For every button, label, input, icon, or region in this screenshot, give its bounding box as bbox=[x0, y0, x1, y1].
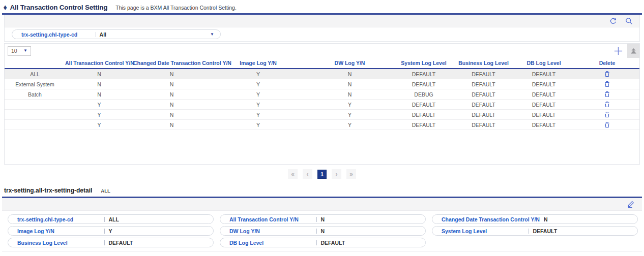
cell-image-log: Y bbox=[210, 102, 306, 108]
cell-image-log: Y bbox=[210, 71, 306, 77]
field-label: Image Log Y/N bbox=[8, 228, 104, 234]
page-title: All Transaction Control Setting bbox=[10, 4, 107, 11]
detail-title: trx-setting.all-trx-setting-detail bbox=[4, 187, 92, 194]
cell-db-log: DEFAULT bbox=[513, 81, 575, 87]
field-image-log[interactable]: Image Log Y/N Y bbox=[8, 226, 214, 236]
table-row[interactable]: ALL N N Y N DEFAULT DEFAULT DEFAULT bbox=[5, 69, 639, 79]
delete-row-button[interactable] bbox=[604, 91, 610, 98]
field-db-log-level[interactable]: DB Log Level DEFAULT bbox=[220, 238, 426, 247]
plus-icon bbox=[613, 46, 623, 56]
field-value: ALL bbox=[105, 216, 213, 222]
collapse-all-button[interactable] bbox=[627, 44, 639, 58]
column-header-business-log: Business Log Level bbox=[454, 60, 513, 66]
cell-all-trx: Y bbox=[65, 122, 133, 128]
cell-all-trx: N bbox=[65, 71, 133, 77]
column-header-dw-log: DW Log Y/N bbox=[306, 60, 393, 66]
trash-icon bbox=[604, 121, 610, 128]
pagination-last-button[interactable]: » bbox=[346, 169, 356, 179]
table-row[interactable]: External System N N Y N DEFAULT DEFAULT … bbox=[5, 79, 639, 89]
trash-icon bbox=[604, 111, 610, 118]
cell-changed-date: N bbox=[133, 81, 210, 87]
detail-toolbar bbox=[2, 198, 642, 211]
delete-row-button[interactable] bbox=[604, 81, 610, 87]
field-label: DB Log Level bbox=[220, 240, 316, 246]
cell-image-log: Y bbox=[210, 91, 306, 98]
refresh-button[interactable] bbox=[609, 17, 617, 25]
detail-section: trx-setting.chl-type-cd ALL All Transact… bbox=[2, 198, 642, 252]
delete-row-button[interactable] bbox=[604, 111, 610, 118]
cell-image-log: Y bbox=[210, 122, 306, 128]
field-all-trx-control[interactable]: All Transaction Control Y/N N bbox=[220, 214, 426, 224]
pagination-next-button[interactable]: › bbox=[332, 169, 341, 179]
detail-subtitle: ALL bbox=[101, 188, 110, 194]
field-dw-log[interactable]: DW Log Y/N N bbox=[220, 226, 426, 236]
cell-system-log: DEFAULT bbox=[393, 102, 454, 108]
page-subtitle: This page is a BXM All Transaction Contr… bbox=[115, 5, 237, 11]
pagination-page-1[interactable]: 1 bbox=[317, 170, 327, 179]
cell-business-log: DEFAULT bbox=[454, 91, 513, 98]
grid-actions bbox=[609, 44, 639, 58]
field-system-log-level[interactable]: System Log Level DEFAULT bbox=[432, 226, 638, 236]
field-label: Business Log Level bbox=[8, 240, 104, 246]
cell-channel: ALL bbox=[5, 71, 65, 77]
cell-db-log: DEFAULT bbox=[513, 91, 575, 98]
filter-row: trx-setting.chl-type-cd All ▼ bbox=[5, 27, 639, 41]
pagination-first-button[interactable]: « bbox=[288, 169, 298, 179]
cell-dw-log: Y bbox=[306, 112, 393, 118]
field-label: System Log Level bbox=[432, 228, 529, 234]
pagination: « ‹ 1 › » bbox=[0, 169, 644, 179]
cell-changed-date: N bbox=[133, 71, 210, 77]
field-label: All Transaction Control Y/N bbox=[220, 216, 316, 222]
field-business-log-level[interactable]: Business Log Level DEFAULT bbox=[8, 238, 214, 247]
table-row[interactable]: Y N Y Y DEFAULT DEFAULT DEFAULT bbox=[5, 120, 639, 130]
field-label: trx-setting.chl-type-cd bbox=[8, 216, 104, 222]
pagination-prev-button[interactable]: ‹ bbox=[303, 169, 312, 179]
refresh-icon bbox=[609, 17, 617, 25]
cell-business-log: DEFAULT bbox=[454, 112, 513, 118]
grid-toolbar: 10 ▼ bbox=[5, 44, 639, 58]
field-value: N bbox=[317, 228, 425, 234]
table-row[interactable]: Batch N N Y N DEBUG DEFAULT DEFAULT bbox=[5, 89, 639, 100]
page-size-select[interactable]: 10 ▼ bbox=[8, 46, 31, 56]
filter-value: All bbox=[96, 31, 210, 38]
channel-type-dropdown[interactable]: trx-setting.chl-type-cd All ▼ bbox=[12, 29, 221, 39]
trash-icon bbox=[604, 81, 610, 87]
field-chl-type-cd[interactable]: trx-setting.chl-type-cd ALL bbox=[8, 214, 214, 224]
search-button[interactable] bbox=[625, 17, 633, 25]
add-row-button[interactable] bbox=[609, 44, 627, 58]
cell-all-trx: Y bbox=[65, 102, 133, 108]
field-label: DW Log Y/N bbox=[220, 228, 316, 234]
cell-business-log: DEFAULT bbox=[454, 102, 513, 108]
cell-changed-date: N bbox=[133, 122, 210, 128]
table-row[interactable]: Y N Y Y DEFAULT DEFAULT DEFAULT bbox=[5, 110, 639, 120]
field-changed-date-trx-control[interactable]: Changed Date Transaction Control Y/N N bbox=[432, 214, 638, 224]
cell-system-log: DEBUG bbox=[393, 91, 454, 98]
trash-icon bbox=[604, 91, 610, 98]
delete-row-button[interactable] bbox=[604, 101, 610, 108]
column-header-all-trx-control: All Transaction Control Y/N bbox=[65, 60, 133, 66]
table-row[interactable]: Y N Y Y DEFAULT DEFAULT DEFAULT bbox=[5, 100, 639, 110]
filter-label: trx-setting.chl-type-cd bbox=[12, 31, 96, 38]
page-header: ◆ All Transaction Control Setting This p… bbox=[0, 0, 644, 13]
field-value: N bbox=[317, 216, 425, 222]
page-size-value: 10 bbox=[11, 48, 17, 54]
cell-all-trx: N bbox=[65, 91, 133, 98]
cell-changed-date: N bbox=[133, 112, 210, 118]
cell-db-log: DEFAULT bbox=[513, 102, 575, 108]
delete-row-button[interactable] bbox=[604, 71, 610, 77]
cell-system-log: DEFAULT bbox=[393, 112, 454, 118]
column-header-system-log: System Log Level bbox=[393, 60, 454, 66]
field-value: Y bbox=[105, 228, 213, 234]
pencil-icon bbox=[627, 200, 635, 208]
field-label: Changed Date Transaction Control Y/N bbox=[432, 216, 540, 222]
cell-system-log: DEFAULT bbox=[393, 122, 454, 128]
cell-db-log: DEFAULT bbox=[513, 112, 575, 118]
cell-dw-log: N bbox=[306, 91, 393, 98]
cell-dw-log: N bbox=[306, 81, 393, 87]
cell-all-trx: N bbox=[65, 81, 133, 87]
cell-business-log: DEFAULT bbox=[454, 71, 513, 77]
search-toolbar bbox=[5, 15, 639, 27]
detail-form: trx-setting.chl-type-cd ALL All Transact… bbox=[2, 211, 642, 247]
delete-row-button[interactable] bbox=[604, 121, 610, 128]
edit-button[interactable] bbox=[627, 200, 635, 208]
